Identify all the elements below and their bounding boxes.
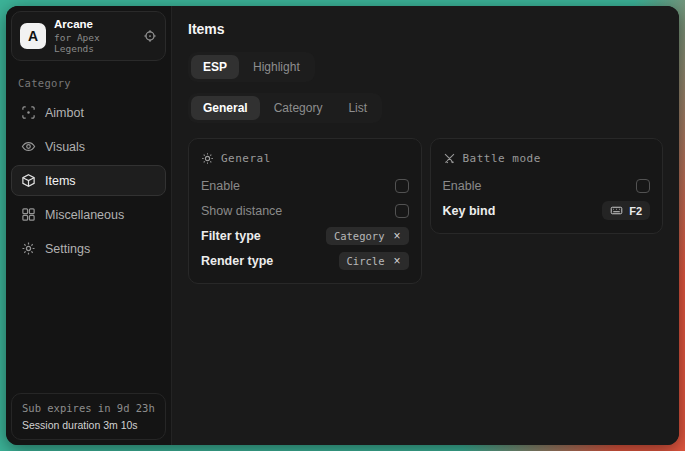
sidebar-item-label: Miscellaneous — [45, 208, 124, 222]
target-icon[interactable] — [143, 29, 157, 43]
brand-text: Arcane for Apex Legends — [54, 18, 135, 54]
app-name: Arcane — [54, 18, 135, 30]
setting-row-enable: Enable — [201, 173, 409, 198]
sidebar-item-miscellaneous[interactable]: Miscellaneous — [11, 199, 166, 230]
sidebar: A Arcane for Apex Legends Category — [6, 6, 172, 445]
setting-row-key-bind: Key bind F2 — [443, 198, 651, 223]
panel-battle-mode-header: Battle mode — [443, 145, 651, 173]
setting-label: Show distance — [201, 204, 282, 218]
setting-label: Filter type — [201, 229, 261, 243]
tab-group-section: General Category List — [188, 93, 382, 123]
setting-label: Key bind — [443, 204, 496, 218]
sidebar-item-aimbot[interactable]: Aimbot — [11, 97, 166, 128]
close-icon[interactable]: × — [393, 255, 400, 267]
setting-label: Enable — [443, 179, 482, 193]
main-content: Items ESP Highlight General Category Lis… — [172, 6, 679, 445]
setting-label: Render type — [201, 254, 273, 268]
sub-expires-text: Sub expires in 9d 23h — [22, 402, 155, 414]
show-distance-checkbox[interactable] — [395, 204, 409, 218]
package-icon — [21, 173, 36, 188]
sidebar-item-settings[interactable]: Settings — [11, 233, 166, 264]
session-duration-text: Session duration 3m 10s — [22, 419, 155, 431]
app-subtitle: for Apex Legends — [54, 32, 135, 54]
panels-container: General Enable Show distance Filter type… — [188, 138, 663, 284]
page-title: Items — [188, 21, 663, 37]
tab-list[interactable]: List — [336, 96, 379, 120]
sidebar-item-items[interactable]: Items — [11, 165, 166, 196]
tab-general[interactable]: General — [191, 96, 260, 120]
gear-icon — [21, 241, 36, 256]
sidebar-item-label: Aimbot — [45, 106, 84, 120]
app-logo: A — [20, 23, 46, 49]
panel-general: General Enable Show distance Filter type… — [188, 138, 422, 284]
grid-icon — [21, 207, 36, 222]
keybind-button[interactable]: F2 — [602, 201, 650, 220]
keyboard-icon — [610, 204, 623, 217]
enable-checkbox[interactable] — [395, 179, 409, 193]
close-icon[interactable]: × — [393, 230, 400, 242]
crosshair-icon — [21, 105, 36, 120]
battle-enable-checkbox[interactable] — [636, 179, 650, 193]
sidebar-nav: Aimbot Visuals Items — [11, 97, 166, 264]
sidebar-item-label: Visuals — [45, 140, 85, 154]
panel-battle-mode: Battle mode Enable Key bind — [430, 138, 664, 234]
panel-title: General — [221, 152, 271, 165]
filter-type-select[interactable]: Category × — [326, 227, 409, 245]
app-window: A Arcane for Apex Legends Category — [6, 6, 679, 445]
setting-row-filter-type: Filter type Category × — [201, 223, 409, 248]
sun-icon — [201, 152, 214, 165]
swords-icon — [443, 152, 456, 165]
panel-title: Battle mode — [463, 152, 541, 165]
sidebar-section-label: Category — [18, 77, 159, 89]
sidebar-item-label: Settings — [45, 242, 90, 256]
selected-value: Category — [334, 230, 385, 242]
setting-row-show-distance: Show distance — [201, 198, 409, 223]
tab-esp[interactable]: ESP — [191, 55, 239, 79]
selected-value: Circle — [347, 255, 385, 267]
tab-group-mode: ESP Highlight — [188, 52, 315, 82]
setting-label: Enable — [201, 179, 240, 193]
tab-category[interactable]: Category — [262, 96, 335, 120]
brand-card: A Arcane for Apex Legends — [11, 11, 166, 61]
render-type-select[interactable]: Circle × — [339, 252, 409, 270]
tab-highlight[interactable]: Highlight — [241, 55, 312, 79]
subscription-info-card: Sub expires in 9d 23h Session duration 3… — [11, 393, 166, 440]
setting-row-enable: Enable — [443, 173, 651, 198]
sidebar-item-label: Items — [45, 174, 76, 188]
panel-general-header: General — [201, 145, 409, 173]
keybind-value: F2 — [629, 205, 642, 217]
setting-row-render-type: Render type Circle × — [201, 248, 409, 273]
eye-icon — [21, 139, 36, 154]
sidebar-item-visuals[interactable]: Visuals — [11, 131, 166, 162]
